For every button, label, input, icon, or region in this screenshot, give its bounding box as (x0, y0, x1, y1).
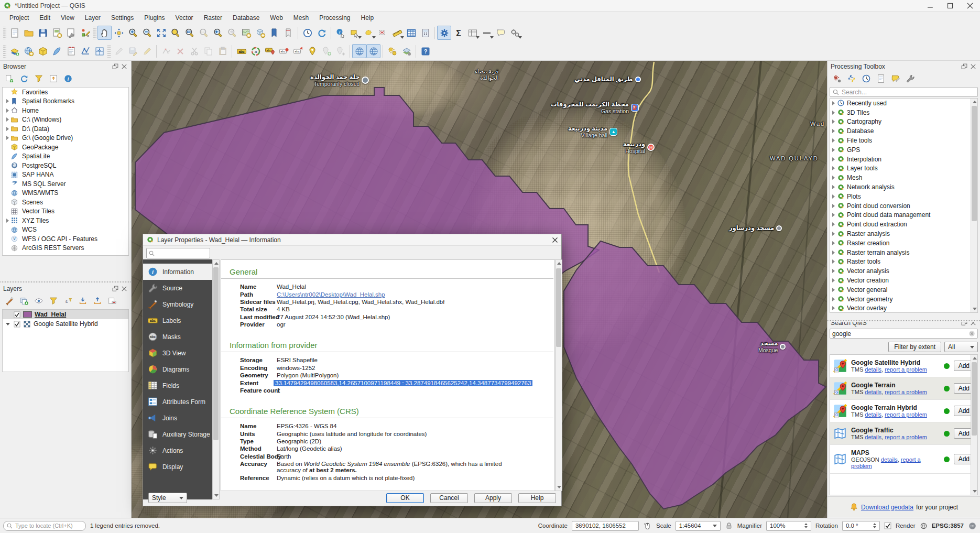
browser-item-g-google-drive-[interactable]: G:\ (Google Drive) (3, 134, 128, 143)
processing-category-vector-geometry[interactable]: Vector geometry (830, 295, 977, 304)
report-problem-link[interactable]: report a problem (885, 389, 927, 395)
temporal-controller-button[interactable] (300, 26, 314, 40)
apply-button[interactable]: Apply (474, 493, 512, 503)
new-vector-tile-layer-button[interactable] (92, 44, 106, 58)
download-geodata-link[interactable]: Download geodata (861, 504, 913, 511)
processing-toolbox-toggle-button[interactable] (437, 26, 451, 40)
details-link[interactable]: details (865, 366, 881, 373)
menu-raster[interactable]: Raster (199, 13, 227, 23)
scale-combo[interactable]: 1:45604 (676, 521, 721, 531)
details-link[interactable]: details (865, 434, 881, 440)
browser-item-sap-hana[interactable]: SAP HANA (3, 170, 128, 180)
cut-features-button[interactable] (187, 44, 201, 58)
filter-by-extent-button[interactable]: Filter by extent (888, 342, 941, 352)
cancel-button[interactable]: Cancel (430, 493, 468, 503)
refresh-button[interactable] (18, 72, 30, 85)
menu-view[interactable]: View (56, 13, 80, 23)
maximize-button[interactable] (940, 0, 960, 12)
expand-all-button[interactable] (77, 295, 89, 307)
select-features-button[interactable] (347, 26, 362, 40)
render-checkbox[interactable] (884, 522, 891, 529)
new-geopackage-layer-button[interactable] (36, 44, 50, 58)
dialog-tab-display[interactable]: Display (143, 459, 212, 475)
metasearch-button[interactable] (352, 44, 366, 58)
processing-category-network-analysis[interactable]: Network analysis (830, 182, 977, 192)
filter-browser-button[interactable] (32, 72, 45, 85)
refresh-map-button[interactable] (314, 26, 329, 40)
browser-item-spatialite[interactable]: SpatiaLite (3, 152, 128, 161)
layer-checkbox[interactable] (14, 321, 20, 328)
qms-search-input[interactable]: google (830, 329, 978, 339)
dialog-titlebar[interactable]: Layer Properties - Wad_Helal — Informati… (143, 234, 561, 246)
collapse-all-button[interactable] (47, 72, 60, 85)
history-button[interactable] (860, 72, 873, 85)
filter-expression-button[interactable]: ε (62, 295, 74, 307)
menu-layer[interactable]: Layer (80, 13, 106, 23)
save-edits-button[interactable] (126, 44, 140, 58)
processing-category-interpolation[interactable]: Interpolation (830, 155, 977, 164)
menu-edit[interactable]: Edit (34, 13, 56, 23)
python-console-button[interactable] (845, 72, 858, 85)
zoom-to-layer-button[interactable] (182, 26, 197, 40)
help-button[interactable]: Help (518, 493, 556, 503)
layer-color-swatch[interactable] (23, 311, 32, 318)
menu-web[interactable]: Web (265, 13, 288, 23)
digitize-feature-button[interactable] (140, 44, 154, 58)
dialog-tab-auxiliary-storage[interactable]: Auxiliary Storage (143, 426, 212, 442)
new-print-layout-button[interactable] (50, 26, 64, 40)
processing-category-raster-terrain-analysis[interactable]: Raster terrain analysis (830, 248, 977, 257)
label-options-b-button[interactable]: abc (291, 44, 305, 58)
details-link[interactable]: details (881, 456, 898, 463)
layer-checkbox[interactable] (14, 311, 20, 318)
close-panel-icon[interactable] (970, 63, 977, 70)
details-link[interactable]: details (865, 411, 881, 418)
properties-button[interactable]: i (62, 72, 74, 85)
report-problem-link[interactable]: report a problem (885, 411, 927, 418)
save-project-button[interactable] (36, 26, 50, 40)
messages-icon[interactable] (968, 521, 977, 530)
layer-item-google-satellite-hybrid[interactable]: Google Satellite Hybrid (3, 319, 128, 329)
processing-category-raster-creation[interactable]: Raster creation (830, 238, 977, 248)
status-crs[interactable]: EPSG:3857 (932, 523, 964, 529)
new-spatialite-layer-button[interactable] (50, 44, 64, 58)
browser-item-ms-sql-server[interactable]: MS SQL Server (3, 179, 128, 189)
processing-category-gps[interactable]: GPS (830, 145, 977, 155)
processing-category-raster-analysis[interactable]: Raster analysis (830, 229, 977, 238)
open-layer-styling-button[interactable] (3, 295, 16, 307)
processing-category-file-tools[interactable]: File tools (830, 136, 977, 145)
browser-item-spatial-bookmarks[interactable]: Spatial Bookmarks (3, 97, 128, 106)
menu-database[interactable]: Database (227, 13, 265, 23)
paste-features-button[interactable] (215, 44, 230, 58)
new-project-button[interactable] (7, 26, 21, 40)
copy-features-button[interactable] (201, 44, 215, 58)
processing-category-vector-creation[interactable]: Vector creation (830, 276, 977, 285)
label-options-a-button[interactable]: abc (277, 44, 291, 58)
results-viewer-button[interactable] (875, 72, 887, 85)
processing-category-point-cloud-extraction[interactable]: Point cloud extraction (830, 220, 977, 229)
open-attribute-table-button[interactable] (404, 26, 418, 40)
dialog-tab-3d-view[interactable]: 3D View (143, 345, 212, 361)
add-pin-label-button[interactable] (319, 44, 333, 58)
dialog-tab-joins[interactable]: Joins (143, 410, 212, 426)
show-spatial-bookmarks-button[interactable] (281, 26, 296, 40)
panel-splitter[interactable] (827, 319, 980, 322)
layer-item-wad-helal[interactable]: Wad_Helal (3, 310, 128, 319)
dialog-tab-actions[interactable]: Actions (143, 442, 212, 459)
locate-input[interactable]: Type to locate (Ctrl+K) (3, 521, 86, 531)
processing-category-raster-tools[interactable]: Raster tools (830, 257, 977, 267)
dialog-tab-source[interactable]: Source (143, 280, 212, 296)
dialog-tab-masks[interactable]: abcMasks (143, 329, 212, 345)
layer-styling-button[interactable]: a (248, 44, 263, 58)
rotation-value[interactable]: 0.0 ° (842, 521, 880, 531)
zoom-native-button[interactable]: 1:1 (197, 26, 211, 40)
lock-icon[interactable] (725, 521, 733, 530)
processing-search-input[interactable]: Search... (830, 87, 978, 97)
float-panel-icon[interactable] (961, 63, 968, 70)
toolbar-grip[interactable] (3, 45, 6, 58)
zoom-full-button[interactable] (154, 26, 168, 40)
new-spatial-bookmark-button[interactable] (267, 26, 281, 40)
select-by-freehand-button[interactable] (362, 26, 376, 40)
measure-line-button[interactable] (390, 26, 404, 40)
processing-category-database[interactable]: Database (830, 126, 977, 136)
processing-options-button[interactable] (385, 44, 399, 58)
